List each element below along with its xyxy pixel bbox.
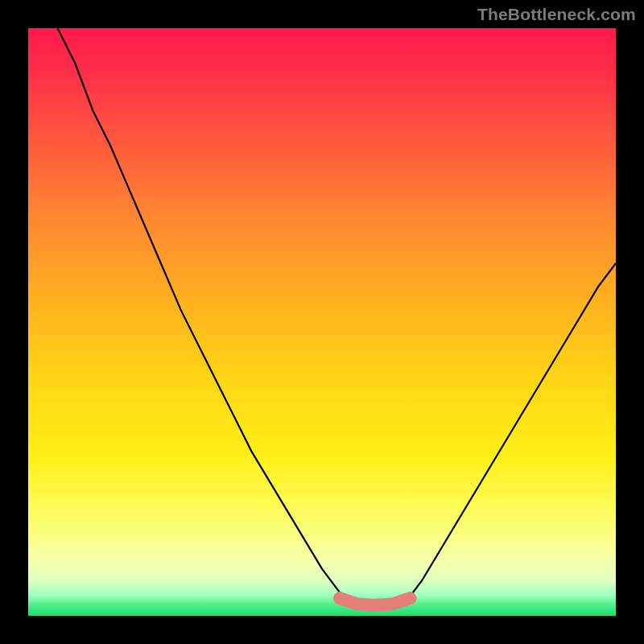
- highlight-band: [340, 598, 411, 605]
- chart-root: TheBottleneck.com: [0, 0, 644, 644]
- curve-layer: [28, 28, 616, 616]
- watermark-label: TheBottleneck.com: [477, 5, 636, 24]
- plot-area: [28, 28, 616, 616]
- bottleneck-curve: [58, 28, 617, 607]
